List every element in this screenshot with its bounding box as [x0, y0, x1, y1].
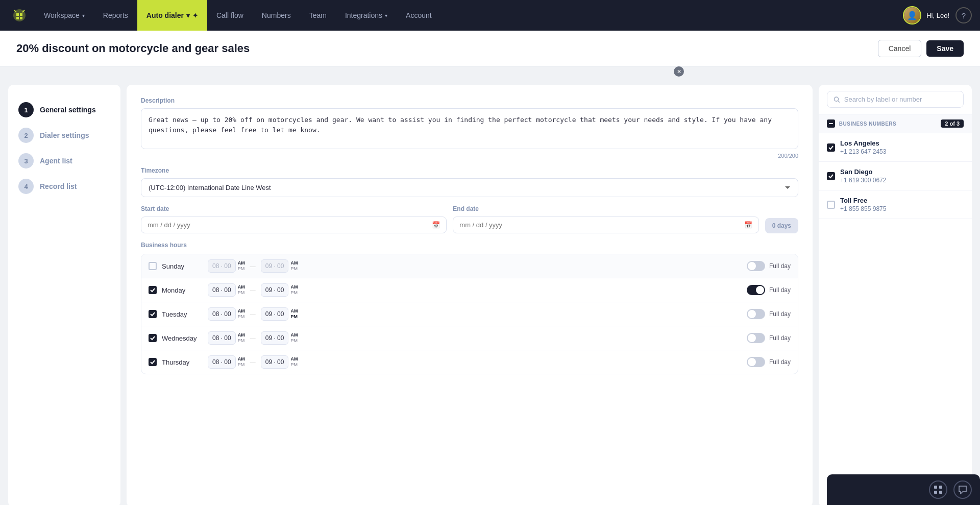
tuesday-checkbox[interactable]: [149, 310, 157, 318]
end-date-input[interactable]: [459, 221, 741, 229]
svg-rect-4: [934, 491, 937, 494]
phone-entry-sd[interactable]: San Diego +1 619 300 0672: [819, 162, 972, 190]
wednesday-start-hour[interactable]: 08 · 00: [208, 331, 236, 345]
right-panel: BUSINESS NUMBERS 2 of 3 Los Angeles +1 2…: [819, 85, 972, 505]
monday-fullday-toggle[interactable]: [747, 285, 765, 295]
thursday-checkbox[interactable]: [149, 358, 157, 366]
sd-name: San Diego: [840, 168, 964, 176]
avatar: 👤: [903, 6, 921, 25]
sunday-start-ampm: AM PM: [238, 260, 245, 272]
step-3-label: Agent list: [40, 157, 72, 165]
start-date-input[interactable]: [148, 221, 429, 229]
monday-end-hour[interactable]: 09 · 00: [261, 283, 289, 297]
sunday-start-hour: 08 · 00: [208, 259, 236, 273]
save-button[interactable]: Save: [926, 40, 964, 57]
notification-close-button[interactable]: ✕: [674, 66, 684, 77]
step-2-dialer-settings[interactable]: 2 Dialer settings: [18, 123, 110, 148]
search-input[interactable]: [844, 95, 957, 103]
wednesday-checkbox[interactable]: [149, 334, 157, 342]
monday-checkbox[interactable]: [149, 286, 157, 294]
monday-start-time: 08 · 00 AM PM: [208, 283, 245, 297]
nav-account-label: Account: [406, 11, 432, 19]
grid-icon: [934, 485, 943, 494]
calendar-end-icon[interactable]: 📅: [744, 221, 752, 229]
tf-info: Toll Free +1 855 855 9875: [840, 197, 964, 212]
biz-row-monday: Monday 08 · 00 AM PM — 09 · 00: [141, 278, 798, 302]
auto-dialer-chevron: ▾: [186, 12, 190, 19]
step-1-circle: 1: [18, 102, 34, 117]
nav-numbers[interactable]: Numbers: [253, 0, 300, 31]
nav-auto-dialer[interactable]: Auto dialer ▾ ✦: [137, 0, 207, 31]
help-button[interactable]: ?: [955, 7, 972, 23]
nav-integrations[interactable]: Integrations ▾: [336, 0, 397, 31]
tuesday-start-ampm: AM PM: [238, 308, 245, 320]
thursday-start-time: 08 · 00 AM PM: [208, 355, 245, 369]
thursday-end-time: 09 · 00 AM PM: [261, 355, 298, 369]
notification-banner: ✕: [0, 66, 980, 77]
timezone-select[interactable]: (UTC-12:00) International Date Line West: [141, 178, 798, 197]
svg-line-1: [838, 101, 840, 102]
biz-hours-table: Sunday 08 · 00 AM PM — 09 · 00: [141, 254, 798, 374]
monday-start-ampm: AM PM: [238, 284, 245, 296]
nav-reports[interactable]: Reports: [94, 0, 137, 31]
chat-icon: [958, 485, 967, 494]
tuesday-start-hour[interactable]: 08 · 00: [208, 307, 236, 321]
la-number: +1 213 647 2453: [840, 148, 964, 155]
date-row: Start date 📅 End date 📅 0 days: [141, 205, 798, 233]
tuesday-end-hour[interactable]: 09 · 00: [261, 307, 289, 321]
tuesday-end-time: 09 · 00 AM PM: [261, 307, 298, 321]
biz-numbers-header: BUSINESS NUMBERS 2 of 3: [819, 114, 972, 133]
thursday-fullday-toggle[interactable]: [747, 357, 765, 367]
step-1-label: General settings: [40, 106, 96, 114]
biz-row-tuesday: Tuesday 08 · 00 AM PM — 09 · 00: [141, 302, 798, 326]
tuesday-time-sep: —: [250, 311, 256, 317]
thursday-fullday-wrap: Full day: [747, 357, 791, 367]
chat-icon-button[interactable]: [953, 480, 972, 499]
sd-checkbox[interactable]: [827, 172, 835, 180]
avatar-image: 👤: [904, 7, 920, 23]
step-1-general-settings[interactable]: 1 General settings: [18, 97, 110, 123]
right-search-section: [819, 85, 972, 114]
grid-icon-button[interactable]: [929, 480, 947, 499]
char-count: 200/200: [141, 153, 798, 159]
la-checkbox[interactable]: [827, 143, 835, 152]
step-4-record-list[interactable]: 4 Record list: [18, 174, 110, 199]
thursday-end-hour[interactable]: 09 · 00: [261, 355, 289, 369]
monday-label: Monday: [162, 286, 203, 294]
tf-checkbox[interactable]: [827, 201, 835, 209]
tuesday-fullday-toggle[interactable]: [747, 309, 765, 319]
nav-team[interactable]: Team: [300, 0, 336, 31]
nav-numbers-label: Numbers: [262, 11, 291, 19]
end-date-label: End date: [453, 205, 758, 212]
wednesday-fullday-wrap: Full day: [747, 333, 791, 343]
tuesday-fullday-label: Full day: [769, 310, 791, 318]
step-3-agent-list[interactable]: 3 Agent list: [18, 148, 110, 174]
wednesday-fullday-toggle[interactable]: [747, 333, 765, 343]
thursday-start-hour[interactable]: 08 · 00: [208, 355, 236, 369]
wednesday-end-time: 09 · 00 AM PM: [261, 331, 298, 345]
wednesday-end-hour[interactable]: 09 · 00: [261, 331, 289, 345]
wednesday-end-ampm: AM PM: [290, 332, 298, 344]
phone-entry-la[interactable]: Los Angeles +1 213 647 2453: [819, 133, 972, 162]
nav-call-flow[interactable]: Call flow: [207, 0, 253, 31]
sunday-fullday-label: Full day: [769, 262, 791, 270]
thursday-start-ampm: AM PM: [238, 356, 245, 368]
la-info: Los Angeles +1 213 647 2453: [840, 139, 964, 155]
select-all-checkbox[interactable]: [827, 119, 835, 128]
sunday-fullday-toggle[interactable]: [747, 261, 765, 271]
logo: [8, 4, 31, 27]
nav-account[interactable]: Account: [397, 0, 441, 31]
nav-workspace-label: Workspace: [44, 11, 80, 19]
monday-end-time: 09 · 00 AM PM: [261, 283, 298, 297]
search-icon: [834, 96, 840, 103]
monday-start-hour[interactable]: 08 · 00: [208, 283, 236, 297]
monday-time-sep: —: [250, 287, 256, 293]
description-label: Description: [141, 97, 798, 104]
description-textarea[interactable]: Great news — up to 20% off on motorcycle…: [141, 108, 798, 149]
sunday-checkbox[interactable]: [149, 262, 157, 270]
phone-entry-tf[interactable]: Toll Free +1 855 855 9875: [819, 190, 972, 219]
cancel-button[interactable]: Cancel: [878, 40, 922, 57]
monday-fullday-label: Full day: [769, 286, 791, 294]
nav-workspace[interactable]: Workspace ▾: [35, 0, 94, 31]
calendar-icon[interactable]: 📅: [432, 221, 440, 229]
